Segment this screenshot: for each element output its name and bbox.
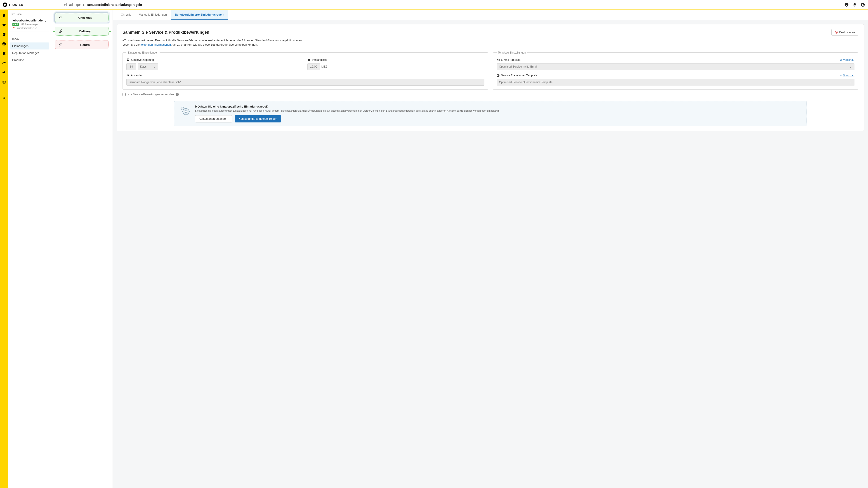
chevron-down-icon: ⌄: [849, 65, 852, 68]
deactivate-button[interactable]: Deaktivieren: [831, 29, 858, 36]
puzzle-icon[interactable]: [2, 51, 6, 56]
your-channel-label: Ihre Kanal: [11, 13, 48, 15]
tab-custom[interactable]: Benutzerdefinierte Einladungsregeln: [171, 10, 228, 20]
only-service-row: Nur Service-Bewertungen versenden i: [123, 93, 858, 96]
event-delivery-label: Delivery: [79, 30, 91, 33]
home-icon[interactable]: [2, 13, 6, 18]
reviews-count: 125 Bewertungen: [21, 23, 38, 26]
events-column: Checkout Delivery Return: [51, 10, 113, 488]
event-return[interactable]: Return: [55, 40, 108, 49]
channel-callout: Möchten Sie eine kanalspezifische Einlad…: [174, 101, 807, 127]
nav-reputation[interactable]: Reputation Manager: [10, 50, 49, 57]
clock-icon: [307, 58, 311, 61]
service-preview-link[interactable]: Vorschau: [839, 74, 855, 77]
analytics-icon[interactable]: [2, 61, 6, 65]
megaphone-icon[interactable]: [2, 70, 6, 74]
breadcrumb-current: Benutzerdefinierte Einladungsregeln: [87, 3, 142, 6]
person-card-icon: [126, 74, 129, 77]
user-icon[interactable]: [860, 2, 865, 7]
star-icon[interactable]: [2, 23, 6, 27]
mail-icon: [497, 58, 500, 61]
channel-name: lebe-abenteuerlich.de: [12, 19, 46, 22]
at-icon[interactable]: [2, 41, 6, 46]
callout-title: Möchten Sie eine kanalspezifische Einlad…: [195, 105, 500, 108]
email-template-label: E-Mail Template:: [501, 58, 521, 61]
glasses-icon: [839, 59, 842, 61]
email-preview-link[interactable]: Vorschau: [839, 58, 855, 61]
rule-card: Sammeln Sie Service & Produktbewertungen…: [117, 24, 864, 131]
nav-invitations[interactable]: Einladungen: [10, 42, 49, 50]
svg-point-6: [4, 98, 5, 99]
service-template-select[interactable]: Optimised Service Questionnaire Template…: [497, 79, 855, 86]
balance-icon[interactable]: [2, 79, 6, 84]
send-time-input[interactable]: [307, 63, 320, 70]
svg-point-18: [185, 110, 187, 112]
template-settings-fieldset: Template Einstellungen E-Mail Template: …: [493, 51, 859, 90]
chevron-down-icon: ⌄: [153, 65, 156, 68]
event-return-label: Return: [80, 43, 90, 46]
tab-chronik[interactable]: Chronik: [117, 10, 135, 20]
chevron-down-icon: ⌄: [44, 19, 47, 23]
invite-settings-fieldset: Einladungs-Einstellungen Sendeverzögerun…: [123, 51, 488, 90]
side-panel: Ihre Kanal ⌄ lebe-abenteuerlich.de 4.6/5…: [8, 10, 51, 488]
svg-point-5: [3, 43, 4, 44]
event-checkout-label: Checkout: [78, 16, 92, 20]
svg-point-3: [862, 4, 863, 5]
brand-text: TRUSTED: [8, 3, 23, 6]
callout-body-text: Sie können die oben aufgeführten Einstel…: [195, 109, 500, 113]
event-delivery[interactable]: Delivery: [55, 27, 108, 36]
deactivate-label: Deaktivieren: [839, 31, 855, 34]
override-defaults-button[interactable]: Kontostandards überschreiben: [235, 115, 281, 123]
info-icon[interactable]: i: [176, 93, 179, 96]
breadcrumb-parent[interactable]: Einladungen: [64, 3, 82, 6]
chevron-down-icon: ⌄: [849, 80, 852, 84]
gears-icon: [179, 105, 191, 118]
form-icon: [497, 74, 500, 77]
icon-sidebar: [0, 10, 8, 488]
main-content: Chronik Manuelle Einladungen Benutzerdef…: [113, 10, 868, 488]
nav-products[interactable]: Produkte: [10, 57, 49, 64]
info-link[interactable]: folgenden Informationen: [141, 43, 171, 46]
service-template-label: Service Fragebogen Template:: [501, 74, 538, 77]
sender-label: Absender: [131, 74, 143, 77]
sender-input[interactable]: [126, 79, 485, 86]
brand-logo[interactable]: e TRUSTED: [3, 2, 23, 7]
svg-point-20: [182, 108, 183, 109]
main-tabs: Chronik Manuelle Einladungen Benutzerdef…: [113, 10, 868, 20]
pin-icon: 📍: [12, 27, 15, 29]
topbar: e TRUSTED Einladungen ▸ Benutzerdefinier…: [0, 0, 868, 10]
card-title: Sammeln Sie Service & Produktbewertungen: [123, 30, 209, 35]
chevron-right-icon: ▸: [84, 3, 85, 6]
breadcrumb: Einladungen ▸ Benutzerdefinierte Einladu…: [64, 3, 142, 6]
only-service-checkbox[interactable]: [123, 93, 126, 96]
svg-text:?: ?: [846, 3, 847, 6]
send-delay-input[interactable]: [126, 63, 136, 70]
rating-badge: 4.6/5: [12, 23, 19, 26]
glasses-icon: [839, 74, 842, 77]
logo-icon: e: [3, 2, 7, 7]
shield-icon[interactable]: [2, 32, 6, 37]
tab-manual[interactable]: Manuelle Einladungen: [135, 10, 171, 20]
send-time-label: Versandzeit:: [312, 58, 327, 61]
edit-defaults-button[interactable]: Kontostandards ändern: [195, 115, 232, 123]
channel-selector[interactable]: ⌄ lebe-abenteuerlich.de 4.6/5 125 Bewert…: [10, 17, 49, 31]
prohibit-icon: [835, 31, 838, 34]
template-legend: Template Einstellungen: [497, 51, 527, 54]
channel-address: Subbelrather Str. 15c: [16, 27, 37, 29]
event-checkout[interactable]: Checkout: [55, 13, 108, 22]
only-service-label: Nur Service-Bewertungen versenden: [127, 93, 174, 96]
hourglass-icon: [126, 58, 129, 61]
email-template-select[interactable]: Optimised Service Invite Email ⌄: [497, 63, 855, 70]
gear-icon[interactable]: [2, 96, 6, 100]
help-icon[interactable]: ?: [844, 2, 849, 7]
invite-legend: Einladungs-Einstellungen: [126, 51, 160, 54]
card-description: eTrusted sammelt derzeit Feedback für di…: [123, 38, 858, 47]
side-nav: Inbox Einladungen Reputation Manager Pro…: [10, 35, 49, 64]
bell-icon[interactable]: [852, 2, 857, 7]
svg-point-10: [127, 75, 128, 75]
svg-point-4: [2, 42, 6, 45]
timezone-label: MEZ: [321, 65, 327, 68]
send-delay-unit-select[interactable]: Days ⌄: [138, 63, 158, 70]
nav-inbox[interactable]: Inbox: [10, 35, 49, 42]
send-delay-label: Sendeverzögerung:: [131, 58, 155, 61]
